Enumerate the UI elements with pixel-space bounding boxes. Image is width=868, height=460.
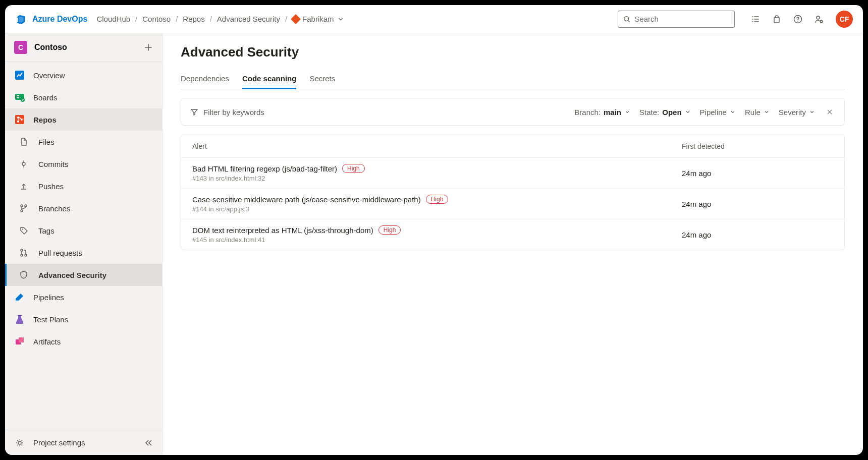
- sidebar-item-label: Files: [38, 138, 55, 146]
- sidebar-item-overview[interactable]: Overview: [5, 64, 162, 86]
- search-input[interactable]: [634, 15, 729, 23]
- clear-filters-button[interactable]: [824, 106, 835, 118]
- sidebar-item-label: Pull requests: [38, 249, 82, 257]
- filter-rule[interactable]: Rule: [745, 108, 770, 117]
- breadcrumb: CloudHub / Contoso / Repos / Advanced Se…: [96, 15, 344, 23]
- svg-rect-7: [17, 97, 19, 98]
- svg-point-17: [22, 229, 23, 230]
- severity-badge: High: [378, 225, 401, 235]
- sidebar-item-branches[interactable]: Branches: [5, 197, 162, 219]
- help-icon[interactable]: [793, 15, 802, 24]
- sidebar-item-files[interactable]: Files: [5, 131, 162, 153]
- filter-rule-label: Rule: [745, 108, 761, 117]
- tabs: Dependencies Code scanning Secrets: [181, 69, 845, 89]
- chevron-down-icon: [337, 16, 344, 23]
- column-header-alert[interactable]: Alert: [192, 142, 682, 150]
- alert-location: #144 in src/app.js:3: [192, 205, 682, 213]
- tab-secrets[interactable]: Secrets: [309, 69, 335, 89]
- checklist-icon[interactable]: [751, 15, 760, 24]
- crumb-project[interactable]: Contoso: [142, 15, 171, 23]
- project-settings-label: Project settings: [33, 438, 85, 447]
- sidebar-item-pipelines[interactable]: Pipelines: [5, 286, 162, 308]
- repos-icon: [14, 114, 25, 125]
- sidebar-item-pull-requests[interactable]: Pull requests: [5, 242, 162, 264]
- global-search[interactable]: [618, 11, 735, 28]
- svg-point-0: [624, 16, 629, 21]
- user-avatar[interactable]: CF: [836, 11, 853, 28]
- svg-point-10: [17, 117, 19, 119]
- svg-point-15: [21, 210, 23, 212]
- svg-point-19: [21, 254, 23, 256]
- sidebar-item-label: Pipelines: [33, 293, 64, 302]
- tab-code-scanning[interactable]: Code scanning: [242, 69, 297, 89]
- filter-pipeline[interactable]: Pipeline: [700, 108, 736, 117]
- sidebar-item-test-plans[interactable]: Test Plans: [5, 308, 162, 330]
- chevron-down-icon: [685, 109, 691, 115]
- chevron-down-icon: [764, 109, 770, 115]
- filter-bar: Filter by keywords Branch: main State: O…: [181, 98, 845, 126]
- tab-dependencies[interactable]: Dependencies: [181, 69, 229, 89]
- filter-placeholder[interactable]: Filter by keywords: [203, 108, 264, 117]
- sidebar-item-artifacts[interactable]: Artifacts: [5, 330, 162, 353]
- project-settings-link[interactable]: Project settings: [5, 430, 162, 455]
- sidebar-item-label: Artifacts: [33, 337, 61, 346]
- sidebar-item-label: Repos: [33, 116, 57, 124]
- filter-severity[interactable]: Severity: [779, 108, 815, 117]
- sidebar-item-label: Tags: [38, 226, 55, 235]
- svg-rect-21: [16, 300, 19, 301]
- filter-state-value: Open: [662, 108, 681, 117]
- collapse-sidebar-button[interactable]: [144, 438, 153, 447]
- sidebar-item-commits[interactable]: Commits: [5, 153, 162, 175]
- brand-label[interactable]: Azure DevOps: [32, 15, 87, 24]
- tag-icon: [18, 226, 29, 235]
- svg-rect-24: [19, 337, 24, 342]
- alert-location: #145 in src/index.html:41: [192, 236, 682, 244]
- sidebar-item-label: Boards: [33, 93, 58, 102]
- table-row[interactable]: Case-sensitive middleware path (js/case-…: [181, 189, 844, 219]
- crumb-repo-picker[interactable]: Fabrikam: [292, 15, 344, 23]
- sidebar-item-repos[interactable]: Repos: [5, 108, 162, 131]
- svg-point-25: [18, 441, 21, 444]
- sidebar-item-boards[interactable]: Boards: [5, 86, 162, 108]
- push-icon: [18, 182, 29, 191]
- column-header-detected[interactable]: First detected: [682, 142, 833, 150]
- file-icon: [18, 137, 29, 146]
- sidebar-item-label: Advanced Security: [38, 271, 106, 279]
- svg-point-20: [25, 254, 27, 256]
- filter-state[interactable]: State: Open: [639, 108, 691, 117]
- crumb-section[interactable]: Repos: [183, 15, 204, 23]
- filter-icon: [190, 108, 198, 116]
- crumb-page[interactable]: Advanced Security: [217, 15, 280, 23]
- sidebar-item-tags[interactable]: Tags: [5, 219, 162, 242]
- user-settings-icon[interactable]: [815, 15, 824, 24]
- crumb-repo-label: Fabrikam: [302, 15, 334, 23]
- svg-point-2: [817, 16, 820, 19]
- severity-badge: High: [342, 164, 365, 173]
- azure-devops-logo-icon[interactable]: [15, 14, 26, 25]
- repo-diamond-icon: [291, 14, 301, 24]
- sidebar-item-label: Test Plans: [33, 315, 68, 324]
- filter-severity-label: Severity: [779, 108, 806, 117]
- test-plans-icon: [14, 314, 25, 325]
- project-name[interactable]: Contoso: [34, 43, 67, 52]
- artifacts-icon: [14, 336, 25, 347]
- sidebar-item-label: Commits: [38, 160, 68, 168]
- crumb-sep: /: [210, 15, 212, 23]
- sidebar-item-advanced-security[interactable]: Advanced Security: [5, 264, 162, 286]
- table-row[interactable]: Bad HTML filtering regexp (js/bad-tag-fi…: [181, 158, 844, 189]
- gear-icon: [14, 438, 25, 447]
- table-row[interactable]: DOM text reinterpreted as HTML (js/xss-t…: [181, 219, 844, 250]
- crumb-org[interactable]: CloudHub: [96, 15, 130, 23]
- svg-point-18: [21, 249, 23, 251]
- alert-title: DOM text reinterpreted as HTML (js/xss-t…: [192, 226, 373, 235]
- shopping-bag-icon[interactable]: [772, 15, 781, 24]
- search-icon: [623, 15, 630, 23]
- sidebar-item-pushes[interactable]: Pushes: [5, 175, 162, 197]
- filter-branch[interactable]: Branch: main: [574, 108, 630, 117]
- alert-location: #143 in src/index.html:32: [192, 175, 682, 182]
- alerts-table: Alert First detected Bad HTML filtering …: [181, 135, 845, 250]
- commit-icon: [18, 159, 29, 168]
- sidebar-item-label: Pushes: [38, 182, 64, 191]
- new-item-button[interactable]: [144, 43, 153, 52]
- chevron-down-icon: [730, 109, 736, 115]
